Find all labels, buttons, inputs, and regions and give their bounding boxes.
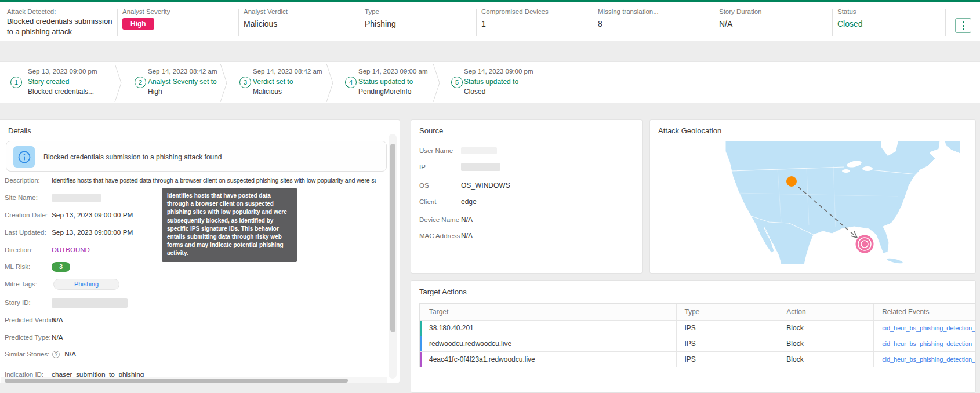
- source-row-client: Client edge: [411, 196, 643, 207]
- table-header-row: Target Type Action Related Events: [420, 304, 976, 320]
- banner-text: Blocked credentials submission to a phis…: [43, 141, 222, 172]
- source-row-os: OS OS_WINDOWS: [411, 180, 643, 191]
- attack-geolocation-panel: Attack Geolocation: [649, 119, 976, 274]
- divider: [117, 9, 118, 36]
- story-duration-label: Story Duration: [719, 8, 762, 15]
- timeline-step-1-circle: 1: [10, 77, 22, 88]
- map-island: [945, 141, 960, 154]
- client-value: edge: [461, 198, 477, 206]
- timeline-step-2-title: Analyst Severity set to: [148, 78, 217, 86]
- mitre-tag-chip[interactable]: Phishing: [53, 279, 119, 290]
- target-actions-panel: Target Actions Target Type Action Relate…: [411, 280, 976, 393]
- timeline-step-1-date: Sep 13, 2023 09:00 pm: [28, 68, 97, 75]
- details-info-banner: Blocked credentials submission to a phis…: [6, 141, 387, 172]
- divider: [945, 9, 946, 36]
- predicted-verdict-value: N/A: [52, 316, 63, 324]
- timeline-step-2-date: Sep 14, 2023 08:42 am: [148, 68, 217, 75]
- source-row-user-name: User Name: [411, 145, 643, 156]
- timeline-step-5-date: Sep 14, 2023 09:00 pm: [464, 68, 533, 75]
- creation-date-value: Sep 13, 2023 09:00:00 PM: [52, 211, 133, 219]
- info-icon: [13, 146, 35, 168]
- target-cell: redwoodcu.redwoodcu.live: [420, 336, 676, 351]
- table-row[interactable]: 4eac41fc-0f4f23a1.redwoodcu.live IPS Blo…: [420, 351, 976, 367]
- timeline-step-4-circle: 4: [345, 77, 357, 88]
- status-label: Status: [837, 8, 856, 15]
- ip-label: IP: [411, 163, 461, 170]
- os-value: OS_WINDOWS: [461, 181, 510, 190]
- divider: [832, 9, 833, 36]
- chevron-separator-icon: [433, 62, 441, 104]
- timeline-step-5-circle: 5: [451, 77, 463, 88]
- table-row[interactable]: 38.180.40.201 IPS Block cid_heur_bs_phis…: [420, 320, 976, 336]
- detail-row-predicted-verdict: Predicted Verdict: N/A: [0, 315, 387, 325]
- divider: [476, 9, 477, 36]
- description-value: Identifies hosts that have posted data t…: [52, 177, 376, 184]
- chevron-separator-icon: [326, 62, 334, 104]
- timeline-step-3-date: Sep 14, 2023 08:42 am: [253, 68, 322, 75]
- mac-address-value: N/A: [461, 232, 473, 240]
- last-updated-value: Sep 13, 2023 09:00:00 PM: [52, 228, 133, 236]
- action-cell: Block: [778, 352, 873, 367]
- map-landmass: [725, 141, 940, 264]
- related-event-link[interactable]: cid_heur_bs_phishing_detection_o36: [882, 340, 976, 347]
- description-tooltip: Identifies hosts that have posted data t…: [162, 188, 297, 262]
- target-location-marker[interactable]: [856, 235, 874, 253]
- target-cell: 38.180.40.201: [420, 321, 676, 336]
- divider: [360, 9, 360, 36]
- related-events-cell: cid_heur_bs_phishing_detection_o36: [873, 336, 976, 351]
- direction-value: OUTBOUND: [52, 246, 90, 253]
- source-panel: Source User Name IP OS OS_WINDOWS Client…: [411, 119, 643, 274]
- related-event-link[interactable]: cid_heur_bs_phishing_detection_o36: [882, 325, 976, 332]
- site-name-label: Site Name:: [0, 194, 52, 201]
- detail-row-similar-stories: Similar Stories: ? N/A: [0, 349, 387, 359]
- compromised-devices-value: 1: [481, 19, 486, 28]
- device-name-label: Device Name: [411, 216, 461, 223]
- target-value: redwoodcu.redwoodcu.live: [429, 340, 511, 348]
- chevron-separator-icon: [114, 62, 122, 104]
- map-great-lakes: [842, 169, 850, 173]
- ml-risk-badge: 3: [52, 262, 70, 272]
- status-value: Closed: [837, 19, 863, 28]
- map-great-lakes: [862, 166, 873, 171]
- source-location-marker[interactable]: [786, 176, 797, 187]
- compromised-devices-label: Compromised Devices: [481, 8, 549, 15]
- mitre-tags-label: Mitre Tags:: [0, 281, 52, 288]
- attack-geolocation-title: Attack Geolocation: [658, 126, 721, 135]
- timeline-step-3-value: Malicious: [253, 88, 282, 96]
- timeline-step-5-value: Closed: [464, 88, 485, 96]
- timeline-step-2-value: High: [148, 88, 162, 96]
- target-value: 4eac41fc-0f4f23a1.redwoodcu.live: [429, 355, 535, 363]
- kebab-menu-button[interactable]: [955, 18, 971, 33]
- type-label: Type: [365, 8, 379, 15]
- timeline-step-4-title: Status updated to: [358, 78, 413, 86]
- ip-redacted-value: [461, 163, 500, 171]
- details-vertical-scrollbar-thumb[interactable]: [390, 144, 395, 332]
- action-cell: Block: [778, 336, 873, 351]
- direction-label: Direction:: [0, 246, 52, 253]
- help-icon[interactable]: ?: [52, 351, 60, 358]
- missing-translation-value: 8: [598, 19, 602, 28]
- related-event-link[interactable]: cid_heur_bs_phishing_detection_o36: [882, 356, 976, 363]
- target-actions-title: Target Actions: [419, 288, 467, 296]
- details-horizontal-scrollbar-thumb[interactable]: [5, 379, 348, 383]
- user-name-redacted-value: [461, 147, 497, 154]
- table-row[interactable]: redwoodcu.redwoodcu.live IPS Block cid_h…: [420, 336, 976, 351]
- story-id-label: Story ID:: [0, 299, 52, 306]
- type-cell: IPS: [676, 321, 778, 336]
- detail-row-ml-risk: ML Risk: 3: [0, 261, 387, 272]
- chevron-separator-icon: [220, 62, 228, 104]
- similar-stories-value: N/A: [64, 350, 76, 358]
- story-timeline: 1 Sep 13, 2023 09:00 pm Story created Bl…: [0, 61, 980, 103]
- column-header-action: Action: [778, 304, 873, 320]
- target-actions-table: Target Type Action Related Events 38.180…: [419, 303, 976, 367]
- action-cell: Block: [778, 321, 873, 336]
- analyst-verdict-value: Malicious: [244, 19, 277, 28]
- source-row-mac-address: MAC Address N/A: [411, 231, 643, 241]
- detail-row-story-id: Story ID:: [0, 297, 387, 308]
- timeline-step-4-date: Sep 14, 2023 09:00 am: [358, 68, 428, 75]
- row-color-strip: [420, 352, 422, 367]
- details-title: Details: [8, 126, 31, 135]
- related-events-cell: cid_heur_bs_phishing_detection_o36: [873, 352, 976, 367]
- mac-address-label: MAC Address: [411, 232, 461, 239]
- row-color-strip: [420, 336, 422, 351]
